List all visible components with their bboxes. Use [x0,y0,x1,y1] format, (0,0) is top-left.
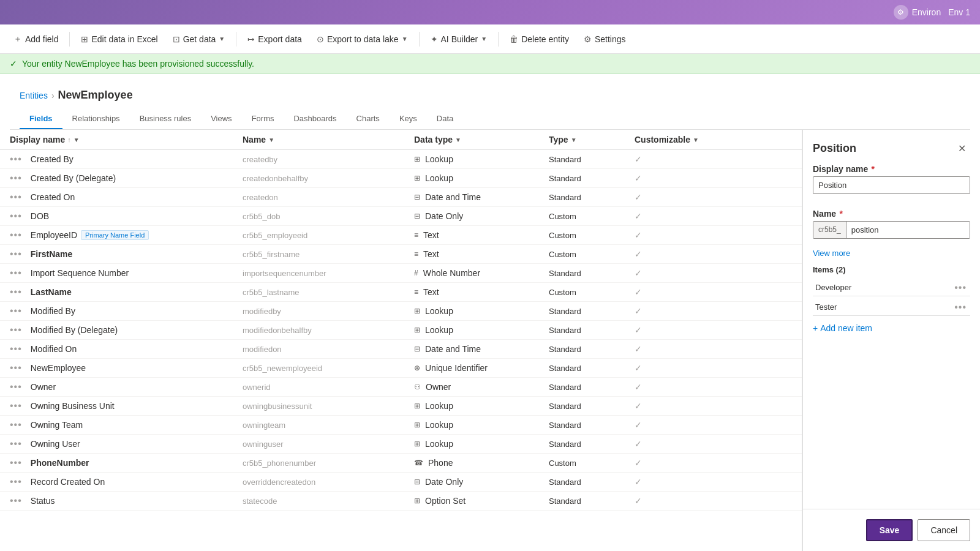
item-menu-0[interactable]: ••• [951,280,970,296]
cell-data-type: ⊟Date and Time [414,344,549,354]
data-type-icon: ⊞ [414,497,420,505]
filter-customizable-icon: ▼ [693,137,699,143]
item-row-0: ••• [813,279,970,296]
row-menu-icon[interactable]: ••• [10,438,22,449]
row-menu-icon[interactable]: ••• [10,287,22,298]
checkmark-icon: ✓ [635,306,642,316]
row-menu-icon[interactable]: ••• [10,192,22,203]
save-button[interactable]: Save [866,519,913,541]
table-row: •••PhoneNumbercr5b5_phonenumber☎PhoneCus… [0,454,802,473]
add-field-button[interactable]: ＋ Add field [7,31,64,48]
data-type-icon: ⊞ [414,440,420,448]
data-type-icon: ⊕ [414,364,420,372]
get-data-chevron: ▼ [219,36,225,42]
row-menu-icon[interactable]: ••• [10,343,22,354]
row-menu-icon[interactable]: ••• [10,476,22,487]
col-display-name[interactable]: Display name ↑ ▼ [10,135,243,144]
filter-display-name-icon: ▼ [74,137,80,143]
row-menu-icon[interactable]: ••• [10,268,22,279]
cell-name: cr5b5_firstname [243,250,414,259]
delete-entity-button[interactable]: 🗑 Delete entity [503,31,575,47]
name-input[interactable] [846,222,970,238]
row-menu-icon[interactable]: ••• [10,381,22,392]
table-row: •••EmployeeIDPrimary Name Fieldcr5b5_emp… [0,226,802,245]
cell-data-type: ≡Text [414,287,549,297]
data-type-icon: ⊞ [414,326,420,334]
col-name[interactable]: Name ▼ [243,135,414,144]
tab-views[interactable]: Views [201,109,241,129]
export-lake-button[interactable]: ⊙ Export to data lake ▼ [311,31,414,47]
table-row: •••Modified Bymodifiedby⊞LookupStandard✓ [0,302,802,321]
row-menu-icon[interactable]: ••• [10,362,22,373]
tab-charts[interactable]: Charts [347,109,390,129]
table-body: •••Created Bycreatedby⊞LookupStandard✓••… [0,150,802,511]
row-menu-icon[interactable]: ••• [10,173,22,184]
tab-keys[interactable]: Keys [390,109,427,129]
row-menu-icon[interactable]: ••• [10,305,22,317]
cell-name: importsequencenumber [243,269,414,278]
row-menu-icon[interactable]: ••• [10,249,22,260]
toolbar: ＋ Add field ⊞ Edit data in Excel ⊡ Get d… [0,24,980,54]
cell-name: owningteam [243,421,414,430]
tab-business-rules[interactable]: Business rules [130,109,202,129]
breadcrumb-entities-link[interactable]: Entities [20,91,48,100]
row-menu-icon[interactable]: ••• [10,419,22,430]
success-icon: ✓ [10,59,17,69]
table-row: •••Owning Teamowningteam⊞LookupStandard✓ [0,416,802,435]
export-data-button[interactable]: ↦ Export data [241,31,308,47]
row-menu-icon[interactable]: ••• [10,211,22,222]
row-menu-icon[interactable]: ••• [10,400,22,411]
settings-button[interactable]: ⚙ Settings [578,31,632,47]
cell-name: modifiedon [243,345,414,354]
data-type-icon: ≡ [414,250,418,258]
cell-data-type: ⊟Date Only [414,211,549,221]
row-menu-icon[interactable]: ••• [10,324,22,335]
col-customizable[interactable]: Customizable ▼ [635,135,720,144]
panel-display-name-section: Display name * [803,157,980,201]
cell-name: createdon [243,193,414,202]
panel-close-button[interactable]: ✕ [953,140,970,157]
tab-fields[interactable]: Fields [20,109,62,129]
cell-type: Standard [549,155,635,164]
cell-name: modifiedby [243,307,414,316]
table-row: •••DOBcr5b5_dob⊟Date OnlyCustom✓ [0,207,802,226]
filter-data-type-icon: ▼ [455,137,461,143]
top-bar: ⚙ Environ Env 1 [0,0,980,24]
view-more-link[interactable]: View more [803,246,980,260]
table-row: •••Created By (Delegate)createdonbehalfb… [0,169,802,188]
cell-display-name: •••Owning Team [10,419,243,430]
item-row-1: ••• [813,299,970,316]
cell-display-name: •••Modified On [10,343,243,354]
display-name-input[interactable] [813,176,970,194]
data-type-icon: ⊞ [414,421,420,429]
item-input-1[interactable] [813,299,951,315]
row-menu-icon[interactable]: ••• [10,230,22,241]
row-menu-icon[interactable]: ••• [10,154,22,165]
checkmark-icon: ✓ [635,477,642,487]
tab-dashboards[interactable]: Dashboards [284,109,346,129]
cell-display-name: •••Created By [10,154,243,165]
tab-forms[interactable]: Forms [242,109,284,129]
add-new-item-button[interactable]: + Add new item [813,318,970,338]
tab-relationships[interactable]: Relationships [62,109,130,129]
item-input-0[interactable] [813,279,951,296]
items-header: Items (2) [813,265,970,274]
checkmark-icon: ✓ [635,382,642,392]
ai-builder-button[interactable]: ✦ AI Builder ▼ [424,31,494,47]
cell-type: Custom [549,250,635,259]
tab-data[interactable]: Data [427,109,463,129]
cell-data-type: ⊞Lookup [414,401,549,411]
cancel-button[interactable]: Cancel [918,519,970,541]
row-menu-icon[interactable]: ••• [10,457,22,468]
item-menu-1[interactable]: ••• [951,299,970,315]
col-data-type[interactable]: Data type ▼ [414,135,549,144]
export-icon: ↦ [247,34,255,44]
col-type[interactable]: Type ▼ [549,135,635,144]
main-content: Display name ↑ ▼ Name ▼ Data type ▼ Type… [0,130,980,551]
cell-customizable: ✓ [635,230,720,240]
get-data-button[interactable]: ⊡ Get data ▼ [167,31,232,47]
cell-type: Standard [549,497,635,506]
row-menu-icon[interactable]: ••• [10,495,22,506]
data-type-icon: ≡ [414,231,418,239]
edit-excel-button[interactable]: ⊞ Edit data in Excel [75,31,164,47]
